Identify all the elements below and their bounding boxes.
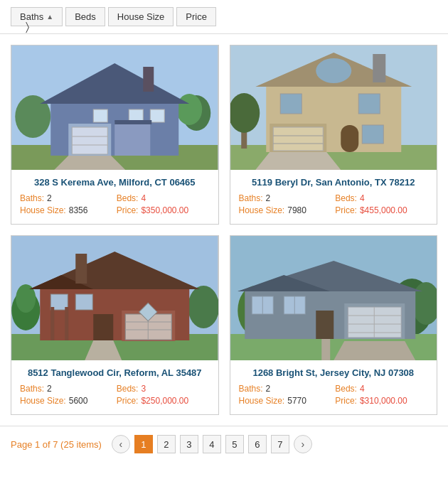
price-item-4: Price: $310,000.00 xyxy=(335,396,428,406)
beds-label-4: Beds: xyxy=(335,384,357,394)
svg-rect-8 xyxy=(72,127,107,154)
listing-body-4: 1268 Bright St, Jersey City, NJ 07308 Ba… xyxy=(230,360,437,414)
baths-label-2: Baths: xyxy=(239,193,263,203)
page-5-button[interactable]: 5 xyxy=(225,435,244,453)
baths-item-2: Baths: 2 xyxy=(239,193,332,203)
svg-rect-54 xyxy=(50,307,54,340)
svg-rect-29 xyxy=(273,127,323,151)
listing-address-2: 5119 Beryl Dr, San Antonio, TX 78212 xyxy=(239,177,429,188)
listing-image-2 xyxy=(230,45,437,170)
baths-value-3: 2 xyxy=(47,384,52,394)
price-value-2: $455,000.00 xyxy=(360,205,407,215)
baths-value-2: 2 xyxy=(266,193,271,203)
cursor-icon: 〉 xyxy=(26,21,29,33)
house-size-item-3: House Size: 5600 xyxy=(20,396,113,406)
listings-grid: 328 S Kerema Ave, Milford, CT 06465 Bath… xyxy=(0,34,448,426)
svg-rect-33 xyxy=(362,125,383,144)
page-6-button[interactable]: 6 xyxy=(248,435,267,453)
price-item-1: Price: $350,000.00 xyxy=(117,205,210,215)
house-size-label-1: House Size: xyxy=(20,205,66,215)
listing-card-1: 328 S Kerema Ave, Milford, CT 06465 Bath… xyxy=(11,45,219,225)
svg-rect-32 xyxy=(341,125,358,152)
svg-rect-18 xyxy=(114,120,151,124)
house-size-label-4: House Size: xyxy=(239,396,285,406)
page-info: Page 1 of 7 (25 items) xyxy=(11,439,102,450)
house-size-item-4: House Size: 5770 xyxy=(239,396,332,406)
beds-label-2: Beds: xyxy=(335,193,357,203)
house-size-item-1: House Size: 8356 xyxy=(20,205,113,215)
house-size-label-2: House Size: xyxy=(239,205,285,215)
filter-price-button[interactable]: Price xyxy=(176,7,216,26)
svg-marker-35 xyxy=(255,152,341,170)
page-1-button[interactable]: 1 xyxy=(134,435,153,453)
beds-label-3: Beds: xyxy=(117,384,139,394)
price-label-2: Price: xyxy=(335,205,357,215)
listing-card-2: 5119 Beryl Dr, San Antonio, TX 78212 Bat… xyxy=(230,45,438,225)
svg-rect-55 xyxy=(65,307,68,340)
filter-baths-button[interactable]: Baths ▲ 〉 xyxy=(11,7,63,26)
filter-bar: Baths ▲ 〉 Beds House Size Price xyxy=(0,0,448,34)
price-value-4: $310,000.00 xyxy=(360,396,407,406)
beds-item-3: Beds: 3 xyxy=(117,384,210,394)
baths-label-1: Baths: xyxy=(20,193,44,203)
svg-rect-71 xyxy=(316,311,334,339)
svg-rect-27 xyxy=(358,94,380,114)
svg-rect-53 xyxy=(75,254,87,284)
beds-value-2: 4 xyxy=(360,193,365,203)
house-size-label-3: House Size: xyxy=(20,396,66,406)
svg-rect-12 xyxy=(93,109,107,122)
price-label-1: Price: xyxy=(117,205,139,215)
listing-image-3 xyxy=(11,236,218,360)
price-item-3: Price: $250,000.00 xyxy=(117,396,210,406)
filter-house-size-button[interactable]: House Size xyxy=(108,7,174,26)
price-item-2: Price: $455,000.00 xyxy=(335,205,428,215)
filter-beds-label: Beds xyxy=(75,11,96,22)
baths-label-4: Baths: xyxy=(239,384,263,394)
house-size-item-2: House Size: 7980 xyxy=(239,205,332,215)
filter-price-label: Price xyxy=(186,11,207,22)
filter-beds-button[interactable]: Beds xyxy=(65,7,105,26)
listing-card-3: 8512 Tanglewood Cir, Reform, AL 35487 Ba… xyxy=(11,235,219,415)
listing-details-1: Baths: 2 Beds: 4 House Size: 8356 Price:… xyxy=(20,193,210,215)
listing-details-3: Baths: 2 Beds: 3 House Size: 5600 Price:… xyxy=(20,384,210,406)
listing-body-1: 328 S Kerema Ave, Milford, CT 06465 Bath… xyxy=(11,170,218,224)
baths-value-1: 2 xyxy=(47,193,52,203)
house-size-value-2: 7980 xyxy=(287,205,306,215)
page-7-button[interactable]: 7 xyxy=(271,435,289,453)
beds-value-3: 3 xyxy=(141,384,146,394)
house-size-value-1: 8356 xyxy=(69,205,88,215)
baths-value-4: 2 xyxy=(266,384,271,394)
svg-rect-52 xyxy=(75,294,92,310)
listing-details-4: Baths: 2 Beds: 4 House Size: 5770 Price:… xyxy=(239,384,429,406)
listing-card-4: 1268 Bright St, Jersey City, NJ 07308 Ba… xyxy=(230,235,438,415)
svg-rect-50 xyxy=(93,314,113,340)
price-value-1: $350,000.00 xyxy=(141,205,188,215)
svg-point-3 xyxy=(176,94,202,125)
listing-body-3: 8512 Tanglewood Cir, Reform, AL 35487 Ba… xyxy=(11,360,218,414)
listing-address-1: 328 S Kerema Ave, Milford, CT 06465 xyxy=(20,177,210,188)
filter-baths-label: Baths xyxy=(20,11,43,22)
svg-point-39 xyxy=(188,286,218,328)
filter-house-size-label: House Size xyxy=(117,11,164,22)
page-2-button[interactable]: 2 xyxy=(157,435,176,453)
beds-item-1: Beds: 4 xyxy=(117,193,210,203)
next-page-button[interactable]: › xyxy=(294,435,312,453)
baths-item-3: Baths: 2 xyxy=(20,384,113,394)
page-4-button[interactable]: 4 xyxy=(203,435,221,453)
svg-rect-14 xyxy=(150,109,164,122)
listing-image-4 xyxy=(230,236,437,360)
prev-page-button[interactable]: ‹ xyxy=(112,435,130,453)
price-label-4: Price: xyxy=(335,396,357,406)
listing-details-2: Baths: 2 Beds: 4 House Size: 7980 Price:… xyxy=(239,193,429,215)
listing-image-1 xyxy=(11,45,218,170)
svg-rect-26 xyxy=(280,94,302,114)
baths-sort-arrow: ▲ xyxy=(46,13,53,21)
svg-rect-25 xyxy=(316,58,351,83)
svg-rect-17 xyxy=(114,122,150,156)
price-value-3: $250,000.00 xyxy=(141,396,188,406)
page-3-button[interactable]: 3 xyxy=(180,435,198,453)
beds-label-1: Beds: xyxy=(117,193,139,203)
baths-item-1: Baths: 2 xyxy=(20,193,113,203)
listing-address-3: 8512 Tanglewood Cir, Reform, AL 35487 xyxy=(20,367,210,378)
beds-item-2: Beds: 4 xyxy=(335,193,428,203)
